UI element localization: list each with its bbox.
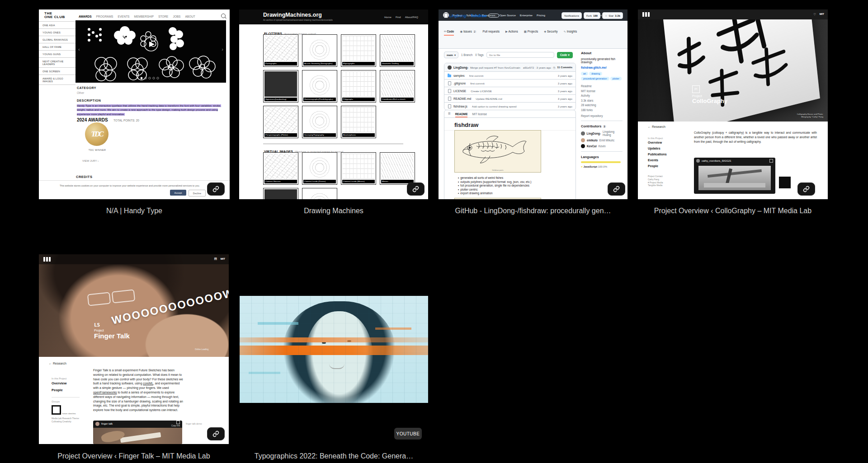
media-lab-logo[interactable] — [642, 12, 650, 17]
project-video[interactable]: cathy_members_SIGG21 — [694, 158, 775, 194]
repo-meta-item[interactable]: 28 watching — [581, 103, 623, 108]
list-icon[interactable]: ☰ — [448, 112, 451, 116]
contributor-username[interactable]: LingDong- — [587, 132, 601, 135]
preview-card-youtube-typographics[interactable] — [240, 296, 428, 403]
file-commit-message[interactable]: Update README.md — [476, 97, 557, 100]
tab-code[interactable]: ‹› Code — [444, 30, 454, 36]
contributor-username[interactable]: emikulo — [587, 139, 598, 142]
copy-icon[interactable] — [176, 421, 180, 424]
repo-meta-item[interactable]: 188 forks — [581, 108, 623, 113]
file-row[interactable]: LICENSE Create LICENSE 3 years ago — [444, 87, 576, 94]
preview-card-drawing-machines[interactable]: DrawingMachines.org An archive of optica… — [239, 9, 428, 199]
sidebar-item[interactable]: Updates — [648, 145, 667, 151]
open-link-button[interactable] — [207, 182, 225, 196]
file-row[interactable]: .gitignore first commit 3 years ago — [444, 79, 576, 87]
nav-item[interactable]: Home — [384, 16, 392, 19]
file-commit-message[interactable]: first commit — [470, 82, 558, 85]
file-name[interactable]: fishdraw.js — [453, 105, 467, 108]
nav-item[interactable]: Pricing — [537, 14, 545, 17]
tab-actions[interactable]: ▶ Actions — [505, 30, 518, 36]
machine-tile[interactable]: Camera Lucida (Mirrors) — [341, 152, 376, 185]
tab-projects[interactable]: ▦ Projects — [524, 30, 538, 36]
site-brand[interactable]: DrawingMachines.org — [263, 12, 322, 18]
report-repository-link[interactable]: Report repository — [581, 114, 623, 117]
file-commit-message[interactable]: Add option to control drawing speed — [472, 105, 558, 108]
menu-icon[interactable]: ▤ — [214, 257, 217, 261]
tab-issues[interactable]: ◉ Issues 2 — [460, 30, 476, 36]
topic-tag[interactable]: art — [581, 72, 588, 75]
nav-item[interactable]: EVENTS — [118, 15, 129, 18]
sidebar-item[interactable]: Overview — [52, 380, 88, 387]
topic-tag[interactable]: drawing — [589, 72, 602, 75]
sidebar-item[interactable]: People — [648, 163, 667, 169]
nav-item[interactable]: ABOUT — [185, 15, 195, 18]
card-title-collography[interactable]: Project Overview ‹ ColloGraphy – MIT Med… — [638, 207, 828, 215]
file-row[interactable]: samples first commit 3 years ago — [444, 71, 576, 79]
repo-meta-item[interactable]: Activity — [581, 94, 623, 98]
nav-item[interactable]: STORE — [158, 15, 168, 18]
mit-logo[interactable]: MIT — [221, 257, 225, 260]
repo-meta-item[interactable]: MIT license — [581, 89, 623, 94]
branch-selector[interactable]: main ▾ — [444, 51, 458, 58]
contact-line[interactable]: Tangible Media — [648, 184, 667, 187]
carousel-next-icon[interactable]: › — [222, 47, 223, 52]
card-title-youtube[interactable]: Typographics 2022: Beneath the Code: Gen… — [240, 452, 428, 460]
contributor-row[interactable]: emikulo Emil Mikulic — [581, 138, 623, 142]
hero-carousel[interactable]: ‹ › — [75, 20, 226, 83]
back-to-research-link[interactable]: ← Research — [49, 362, 66, 365]
research-theme[interactable]: Media Lab Research Theme: Cultivating Cr… — [52, 417, 81, 424]
preview-card-handy-type[interactable]: THE ONE CLUB AWARDSPROGRAMSEVENTSMEMBERS… — [39, 9, 230, 199]
topic-tag[interactable]: procedural-generation — [581, 77, 609, 80]
machine-tile[interactable]: Acustic Geometry (Sonographs) — [302, 34, 337, 67]
go-to-file-input[interactable] — [486, 52, 554, 58]
accept-button[interactable]: Accept — [170, 190, 186, 196]
machine-tile[interactable] — [302, 188, 337, 199]
sidebar-item[interactable]: Overview — [648, 140, 667, 145]
decline-button[interactable]: Decline — [189, 190, 206, 196]
readme-tab[interactable]: README — [455, 111, 468, 117]
secondary-thumbnail[interactable] — [779, 177, 791, 188]
sidebar-item[interactable]: ONE ASIA — [39, 22, 75, 29]
sidebar-item[interactable]: People — [52, 387, 88, 393]
about-website-link[interactable]: fishdraw.glitch.me/ — [581, 66, 623, 69]
machine-tile[interactable]: Surveying/Topography — [302, 106, 337, 138]
machine-tile[interactable]: Perspectographs (Plotter) — [263, 106, 298, 138]
coreml-link[interactable]: coreML — [143, 382, 153, 385]
nav-item[interactable]: MEMBERSHIP — [134, 15, 154, 18]
machine-tile[interactable]: Mirrors — [380, 152, 415, 185]
commit-meta[interactable]: a91e572 · 3 years ago — [523, 66, 551, 69]
open-link-button[interactable] — [207, 427, 225, 440]
latest-commit-row[interactable]: LingDong- Merge pull request #7 from Kev… — [444, 63, 576, 71]
branch-count[interactable]: 1 Branch — [461, 53, 472, 56]
preview-card-collography[interactable]: ♡ MIT P! Project ColloGraphy Calligraphy… — [638, 9, 828, 199]
nav-item[interactable]: AWARDS — [79, 15, 92, 18]
contributor-username[interactable]: KevCui — [587, 145, 597, 148]
notifications-button[interactable]: Notifications — [561, 12, 582, 19]
language-row[interactable]: ● JavaScript 100.0% — [581, 165, 623, 168]
machine-tile[interactable]: Polygraphs — [341, 70, 376, 103]
carousel-prev-icon[interactable]: ‹ — [78, 47, 80, 52]
repo-name-link[interactable]: fishdraw — [471, 14, 487, 18]
machine-tile[interactable]: Signatures(handwriting) — [263, 70, 298, 103]
machine-tile[interactable]: Camera Lucida (Prisms) — [302, 152, 337, 185]
machine-tile[interactable]: Coordinates/Etch-a-sketch — [380, 70, 415, 103]
nav-item[interactable]: Open Source — [499, 14, 515, 17]
copy-link-label[interactable]: Copy link — [171, 425, 180, 427]
file-name[interactable]: .gitignore — [453, 82, 466, 85]
license-tab[interactable]: MIT license — [472, 112, 487, 116]
card-title-github-fishdraw[interactable]: GitHub - LingDong-/fishdraw: procedurall… — [439, 207, 627, 215]
contact-line[interactable]: # Project Media — [648, 182, 667, 185]
preview-card-github-fishdraw[interactable]: ProductSolutionsResourcesOpen SourceEnte… — [439, 9, 627, 199]
sidebar-item[interactable]: AWARD & LOGO IMAGES — [39, 75, 75, 85]
code-button[interactable]: Code ▾ — [557, 52, 573, 58]
repo-meta-item[interactable]: 3.3k stars — [581, 98, 623, 103]
copy-icon[interactable] — [769, 159, 773, 163]
machine-tile[interactable]: Pantographs — [263, 34, 298, 67]
contact-line[interactable]: Project Contact — [648, 175, 667, 178]
file-commit-message[interactable]: first commit — [469, 74, 558, 77]
tag-count[interactable]: 0 Tags — [475, 53, 483, 56]
nav-item[interactable]: Enterprise — [520, 14, 533, 17]
card-title-finger-talk[interactable]: Project Overview ‹ Finger Talk – MIT Med… — [39, 452, 229, 460]
sidebar-item[interactable]: Publications — [648, 151, 667, 157]
nav-item[interactable]: JOBS — [173, 15, 180, 18]
